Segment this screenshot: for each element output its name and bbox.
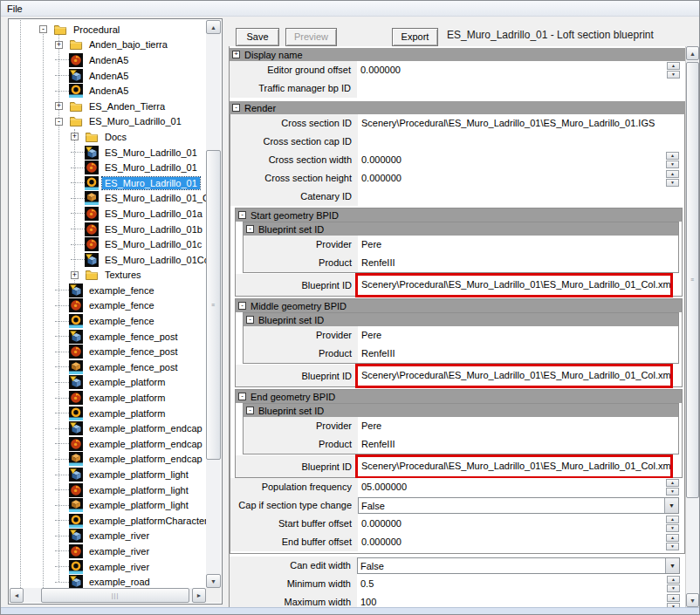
tree-item[interactable]: AndenA5: [10, 52, 206, 68]
tree-item[interactable]: example_platform: [10, 406, 206, 421]
spin-up-button[interactable]: ▲: [667, 62, 680, 70]
tree-horizontal-scrollbar[interactable]: ◄ ||| ►: [10, 588, 206, 603]
collapse-toggle[interactable]: -: [238, 393, 246, 400]
blueprint-id-field[interactable]: Scenery\Procedural\ES_Muro_Ladrillo_01\E…: [358, 457, 670, 476]
tree-item[interactable]: AndenA5: [10, 68, 206, 84]
tree-item[interactable]: example_fence: [10, 313, 206, 329]
traffic-manager-bp-id-field[interactable]: [357, 79, 685, 98]
tree-item[interactable]: example_river: [10, 529, 206, 544]
product-field[interactable]: RenfeIII: [358, 435, 678, 454]
catenary-id-field[interactable]: [358, 188, 684, 206]
tree-expander-collapse[interactable]: -: [55, 118, 63, 126]
tree-item[interactable]: ES_Muro_Ladrillo_01a: [10, 206, 206, 222]
preview-button[interactable]: Preview: [285, 28, 337, 46]
cross-section-height-field[interactable]: 0.000000 ▲▼: [358, 169, 684, 188]
spin-up-button[interactable]: ▲: [666, 534, 679, 542]
save-button[interactable]: Save: [236, 28, 279, 46]
tree-item[interactable]: example_fence: [10, 283, 206, 298]
end-buffer-offset-field[interactable]: 0.000000 ▲▼: [358, 533, 684, 551]
spin-down-button[interactable]: ▼: [666, 179, 679, 187]
scroll-down-button[interactable]: ▼: [686, 593, 699, 607]
collapse-toggle[interactable]: -: [246, 316, 254, 324]
minimum-width-field[interactable]: 0.5 ▲▼: [357, 575, 685, 593]
can-edit-width-dropdown[interactable]: False ▼: [357, 557, 680, 574]
spin-up-button[interactable]: ▲: [666, 479, 679, 487]
collapse-toggle[interactable]: -: [246, 407, 254, 414]
expand-toggle[interactable]: +: [232, 51, 240, 58]
tree-item[interactable]: example_platform: [10, 375, 206, 391]
cap-if-section-type-change-dropdown[interactable]: False ▼: [358, 497, 679, 514]
tree-item[interactable]: example_platform_light: [10, 497, 206, 513]
spin-up-button[interactable]: ▲: [666, 170, 679, 178]
tree-item[interactable]: -ES_Muro_Ladrillo_01: [10, 114, 206, 130]
tree-item[interactable]: +Textures: [10, 268, 206, 284]
spin-down-button[interactable]: ▼: [666, 488, 679, 495]
provider-field[interactable]: Pere: [358, 236, 678, 254]
tree-item[interactable]: example_fence_post: [10, 344, 206, 359]
cross-section-cap-id-field[interactable]: [358, 133, 684, 151]
tree-item[interactable]: example_river: [10, 559, 206, 575]
provider-field[interactable]: Pere: [358, 326, 678, 345]
scrollbar-thumb[interactable]: ≡: [686, 62, 699, 498]
tree-item[interactable]: example_fence: [10, 298, 206, 314]
tree-item[interactable]: -Procedural: [10, 22, 206, 38]
dropdown-arrow-icon[interactable]: ▼: [664, 498, 678, 513]
blueprint-id-field[interactable]: Scenery\Procedural\ES_Muro_Ladrillo_01\E…: [358, 366, 670, 386]
tree-item[interactable]: ES_Muro_Ladrillo_01: [10, 145, 206, 161]
spin-down-button[interactable]: ▼: [666, 524, 679, 532]
cross-section-width-field[interactable]: 0.000000 ▲▼: [358, 151, 684, 169]
dropdown-arrow-icon[interactable]: ▼: [665, 558, 679, 573]
tree-expander-expand[interactable]: +: [55, 102, 63, 110]
scrollbar-thumb[interactable]: ≡: [206, 150, 221, 460]
menu-file[interactable]: File: [1, 3, 29, 15]
population-frequency-field[interactable]: 05.000000 ▲▼: [358, 478, 684, 496]
spin-down-button[interactable]: ▼: [666, 161, 679, 168]
collapse-toggle[interactable]: -: [232, 104, 240, 112]
scroll-up-button[interactable]: ▲: [686, 46, 699, 60]
spin-down-button[interactable]: ▼: [666, 543, 679, 550]
tree-expander-expand[interactable]: +: [71, 133, 79, 140]
scroll-right-button[interactable]: ►: [192, 588, 206, 603]
scroll-left-button[interactable]: ◄: [10, 588, 24, 603]
tree-item[interactable]: ES_Muro_Ladrillo_01_Co: [10, 191, 206, 207]
tree-expander-expand[interactable]: +: [55, 41, 63, 49]
spin-up-button[interactable]: ▲: [667, 576, 680, 584]
tree-expander-collapse[interactable]: -: [39, 25, 47, 33]
tree-item[interactable]: example_platform_endcap: [10, 436, 206, 452]
collapse-toggle[interactable]: -: [238, 211, 246, 219]
tree-item[interactable]: example_road: [10, 574, 206, 588]
tree-item[interactable]: +ES_Anden_Tierra: [10, 99, 206, 114]
cross-section-id-field[interactable]: Scenery\Procedural\ES_Muro_Ladrillo_01\E…: [358, 114, 684, 133]
tree-item[interactable]: +Docs: [10, 129, 206, 145]
product-field[interactable]: RenfeIII: [358, 254, 678, 272]
properties-vertical-scrollbar[interactable]: ▲ ≡ ▼: [685, 46, 699, 607]
scroll-up-button[interactable]: ▲: [206, 20, 221, 34]
tree-expander-expand[interactable]: +: [71, 271, 79, 279]
tree-item[interactable]: example_platform_light: [10, 482, 206, 498]
tree-vertical-scrollbar[interactable]: ▲ ≡ ▼: [206, 20, 221, 588]
tree-item[interactable]: example_platform: [10, 390, 206, 406]
start-buffer-offset-field[interactable]: 0.000000 ▲▼: [358, 515, 684, 533]
product-field[interactable]: RenfeIII: [358, 345, 678, 363]
tree-item[interactable]: example_fence_post: [10, 359, 206, 375]
tree-item[interactable]: example_fence_post: [10, 329, 206, 345]
tree-item[interactable]: ES_Muro_Ladrillo_01: [10, 160, 206, 175]
tree-item[interactable]: ES_Muro_Ladrillo_01: [10, 175, 206, 191]
spin-up-button[interactable]: ▲: [666, 516, 679, 523]
blueprint-id-field[interactable]: Scenery\Procedural\ES_Muro_Ladrillo_01\E…: [358, 276, 670, 295]
tree-item[interactable]: example_platform_endcap: [10, 420, 206, 436]
export-button[interactable]: Export: [392, 28, 438, 46]
spin-down-button[interactable]: ▼: [667, 584, 680, 592]
tree-item[interactable]: ES_Muro_Ladrillo_01b: [10, 222, 206, 237]
tree-item[interactable]: +Anden_bajo_tierra: [10, 38, 206, 53]
maximum-width-field[interactable]: 100 ▲▼: [357, 593, 685, 607]
tree-item[interactable]: example_platform_endcap: [10, 452, 206, 468]
scrollbar-thumb[interactable]: |||: [41, 588, 189, 603]
editor-ground-offset-field[interactable]: 0.000000 ▲▼: [357, 61, 685, 79]
tree-item[interactable]: ES_Muro_Ladrillo_01c: [10, 236, 206, 252]
tree-item[interactable]: example_platformCharacter: [10, 513, 206, 529]
scroll-down-button[interactable]: ▼: [206, 574, 221, 588]
tree-item[interactable]: example_platform_light: [10, 467, 206, 482]
collapse-toggle[interactable]: -: [246, 225, 254, 233]
tree-item[interactable]: example_river: [10, 543, 206, 559]
